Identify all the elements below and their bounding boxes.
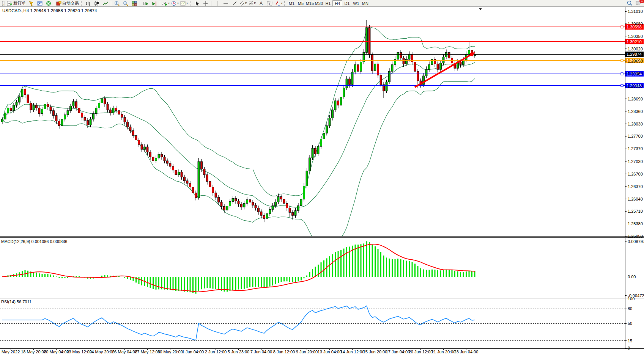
rsi-axis-label: 80 — [628, 306, 632, 311]
line-handle[interactable] — [621, 60, 623, 62]
periods-button[interactable]: ▾ — [170, 0, 180, 6]
equidistant-channel-tool[interactable]: E — [239, 0, 248, 6]
timeframe-bar: M1M5M15M30H1H4D1W1MN — [287, 0, 370, 6]
price-axis-label: 1.29690 — [628, 59, 643, 63]
rsi-axis-label: 0 — [628, 346, 630, 350]
price-axis-label: 1.30020 — [628, 47, 643, 51]
rsi-axis-label: 15 — [628, 339, 632, 343]
macd-axis-label: 0.00 — [628, 274, 636, 279]
rsi-axis-label: 50 — [628, 321, 632, 326]
time-axis-label: 30 May 20:00 — [157, 350, 183, 354]
price-axis-label: 1.26700 — [628, 172, 643, 176]
timeframe-m30[interactable]: M30 — [314, 0, 323, 6]
time-axis-label: 5 Jun 23:00 — [228, 350, 250, 354]
timeframe-h4[interactable]: H4 — [332, 0, 342, 6]
time-axis-label: 9 Jun 20:00 — [296, 350, 318, 354]
autotrade-label: 自动交易 — [62, 0, 79, 6]
tile-windows-icon[interactable] — [130, 0, 139, 6]
price-badge: 1.30210 — [625, 39, 644, 44]
time-axis-label: 15 Jun 20:00 — [363, 350, 387, 354]
arrows-caret: ▾ — [281, 2, 282, 5]
time-axis-label: 20 Jun 12:00 — [409, 350, 433, 354]
svg-text:1.29874: 1.29874 — [627, 52, 642, 56]
timeframe-m15[interactable]: M15 — [305, 0, 314, 6]
price-axis-label: 1.25380 — [628, 221, 643, 226]
time-axis-label: 27 May 12:00 — [135, 350, 160, 354]
svg-text:1.30210: 1.30210 — [627, 39, 642, 44]
new-order-icon — [7, 1, 13, 6]
timeframe-mn[interactable]: MN — [361, 0, 370, 6]
time-axis-label: 24 May 20:00 — [89, 350, 115, 354]
cursor-tool[interactable] — [192, 0, 201, 6]
time-axis-label: 2 Jun 12:00 — [205, 350, 227, 354]
auto-scroll-icon[interactable] — [141, 0, 150, 6]
timeframe-d1[interactable]: D1 — [342, 0, 351, 6]
search-icon[interactable] — [625, 0, 634, 6]
time-axis-label: 18 May 20:00 — [21, 350, 46, 354]
price-axis-label: 1.30680 — [628, 22, 643, 26]
timeframe-w1[interactable]: W1 — [351, 0, 361, 6]
chart-background — [0, 0, 644, 356]
timeframe-h1[interactable]: H1 — [323, 0, 332, 6]
vertical-line-tool[interactable] — [213, 0, 221, 6]
ohlc-info: USDCAD-,H4 1.29848 1.29958 1.29820 1.298… — [2, 8, 97, 13]
arrows-tool[interactable]: ▾ — [274, 0, 283, 6]
periods-icon — [171, 1, 176, 6]
time-axis-label: 14 Jun 12:00 — [340, 350, 365, 354]
fibo-f-label: F — [254, 2, 256, 5]
price-axis-label: 1.26370 — [628, 184, 643, 189]
bar-chart-icon[interactable] — [83, 0, 92, 6]
time-axis-label: 23 May 12:00 — [66, 350, 92, 354]
macd-axis-label: 0.008797 — [628, 239, 644, 244]
price-axis-label: 1.28360 — [628, 109, 643, 114]
crosshair-tool[interactable] — [201, 0, 210, 6]
price-axis-label: 1.25050 — [628, 234, 643, 238]
notifications-button[interactable]: 1 — [634, 0, 642, 6]
line-handle[interactable] — [621, 85, 623, 87]
time-axis-label: 20 May 04:00 — [44, 350, 69, 354]
timeframe-m1[interactable]: M1 — [287, 0, 296, 6]
indicators-button[interactable]: ▾ — [161, 0, 170, 6]
candlestick-icon[interactable] — [92, 0, 101, 6]
price-axis-label: 1.27370 — [628, 146, 643, 151]
rsi-label: RSI(14) 56.7011 — [1, 300, 31, 304]
chart-shift-icon[interactable] — [150, 0, 159, 6]
price-axis-label: 1.28030 — [628, 122, 643, 126]
zoom-in-icon[interactable] — [112, 0, 121, 6]
zoom-out-icon[interactable] — [121, 0, 130, 6]
time-axis-label: 21 Jun 20:00 — [431, 350, 456, 354]
main-toolbar: 新订单 自动交易 ▾ ▾ — [0, 0, 644, 7]
horizontal-line-tool[interactable] — [221, 0, 230, 6]
clipped-toolbar-icon[interactable] — [0, 0, 3, 6]
editor-icon[interactable] — [27, 0, 35, 6]
fibonacci-tool[interactable]: F — [248, 0, 257, 6]
label-tool[interactable]: T — [265, 0, 274, 6]
signals-icon[interactable] — [44, 0, 53, 6]
time-axis-label: 8 Jun 12:00 — [273, 350, 295, 354]
chart-canvas[interactable]: 1.305981.302101.298741.297061.293541.290… — [0, 0, 644, 356]
autotrade-button[interactable]: 自动交易 — [55, 0, 80, 6]
line-handle[interactable] — [621, 73, 623, 75]
autotrade-icon — [56, 1, 61, 6]
time-axis-label: May 2022 — [2, 350, 20, 354]
line-handle[interactable] — [621, 26, 623, 28]
time-axis-label: 1 Jun 04:00 — [182, 350, 204, 354]
time-axis-label: 26 May 04:00 — [112, 350, 137, 354]
price-axis-label: 1.27030 — [628, 159, 643, 164]
templates-caret: ▾ — [186, 2, 188, 5]
indicators-icon — [162, 1, 167, 6]
notification-badge: 1 — [639, 0, 644, 3]
trendline-tool[interactable] — [230, 0, 239, 6]
chart-window-icon[interactable] — [35, 0, 44, 6]
text-tool[interactable]: A — [257, 0, 265, 6]
price-axis-label: 1.28690 — [628, 97, 643, 101]
templates-button[interactable]: ▾ — [180, 0, 189, 6]
line-chart-icon[interactable] — [101, 0, 110, 6]
new-order-button[interactable]: 新订单 — [6, 0, 27, 6]
time-axis-label: 23 Jun 04:00 — [454, 350, 479, 354]
mt4-window: { "toolbar": { "new_order_label": "新订单",… — [0, 0, 644, 356]
new-order-label: 新订单 — [13, 0, 26, 6]
timeframe-m5[interactable]: M5 — [296, 0, 305, 6]
text-tool-label: A — [260, 1, 263, 6]
price-axis-label: 1.29030 — [628, 84, 643, 88]
